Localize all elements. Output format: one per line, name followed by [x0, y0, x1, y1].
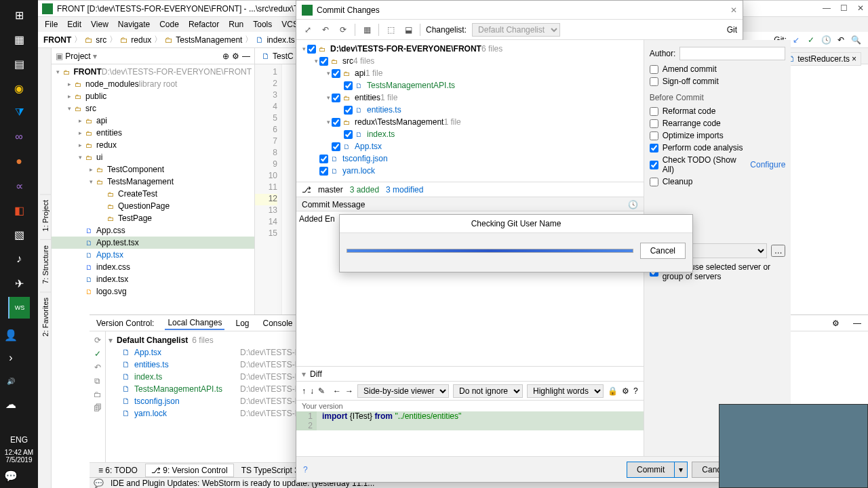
commit-dropdown-button[interactable]: ▾ [674, 462, 688, 478]
whitespace-select[interactable]: Do not ignore [453, 384, 523, 398]
menu-code[interactable]: Code [155, 18, 183, 30]
close-icon[interactable]: ✕ [857, 3, 864, 13]
vtab-favorites[interactable]: 2: Favorites [40, 291, 51, 342]
help-icon[interactable]: ? [303, 465, 308, 474]
tree-row[interactable]: 🗋App.css [52, 224, 254, 237]
minimize-icon[interactable]: — [823, 3, 831, 13]
tree-row[interactable]: ▾🗀TestsManagement [52, 176, 254, 188]
tree-row[interactable]: ▾🗀entities 1 file [296, 92, 644, 104]
tree-row[interactable]: ▾🗀ui [52, 151, 254, 163]
revert-icon[interactable]: ↶ [94, 363, 101, 372]
taskbar-icon[interactable]: ● [8, 150, 30, 172]
tray-arrow-icon[interactable]: › [0, 347, 22, 369]
taskbar-icon[interactable]: ◧ [8, 199, 30, 221]
breadcrumb-item[interactable]: src [96, 35, 106, 45]
refresh-icon[interactable]: ⟳ [94, 336, 101, 345]
tree-row[interactable]: 🗋index.ts [296, 128, 644, 140]
editor-tab[interactable]: 🗋TestC [255, 48, 301, 64]
tree-row[interactable]: 🗀CreateTest [52, 188, 254, 200]
gear-icon[interactable]: ⚙ [829, 317, 842, 329]
vc-tab-local[interactable]: Local Changes [165, 317, 224, 330]
tree-row[interactable]: 🗋TestsManagementAPI.ts [296, 79, 644, 92]
next-diff-icon[interactable]: ↓ [310, 386, 314, 396]
commit-icon[interactable]: ✓ [94, 349, 101, 359]
target-icon[interactable]: ⊕ [222, 52, 229, 61]
taskbar-icon[interactable]: ∝ [8, 175, 30, 197]
collapse-icon[interactable]: ⬓ [402, 24, 414, 36]
taskbar-icon[interactable]: ∞ [8, 126, 30, 148]
tree-row[interactable]: ▸🗀node_modules library root [52, 78, 254, 90]
tray-icon[interactable]: 👤 [0, 324, 22, 346]
group-icon[interactable]: ▦ [361, 24, 373, 36]
search-icon[interactable]: 🔍 [850, 35, 861, 45]
progress-cancel-button[interactable]: Cancel [640, 243, 686, 259]
editor-tab[interactable]: 🗋testReducer.ts × [783, 52, 861, 66]
tree-row[interactable]: 🗋logo.svg [52, 285, 254, 298]
tree-row[interactable]: 🗀TestPage [52, 212, 254, 224]
tree-row[interactable]: ▾🗀src [52, 102, 254, 115]
menu-view[interactable]: View [87, 18, 113, 30]
btab-vc[interactable]: ⎇ 9: Version Control [145, 464, 234, 477]
menu-refactor[interactable]: Refactor [184, 18, 223, 30]
history-icon[interactable]: 🕓 [628, 200, 638, 209]
browse-button[interactable]: … [771, 245, 785, 257]
amend-checkbox[interactable] [650, 65, 658, 74]
todo-checkbox[interactable] [650, 161, 658, 169]
signoff-checkbox[interactable] [650, 77, 658, 86]
revert-icon[interactable]: ↶ [835, 35, 846, 45]
vtab-project[interactable]: 1: Project [40, 194, 51, 237]
minimize-icon[interactable]: — [850, 317, 864, 329]
tree-row[interactable]: ▾🗀src 4 files [296, 55, 644, 67]
reformat-checkbox[interactable] [650, 107, 658, 116]
menu-run[interactable]: Run [224, 18, 248, 30]
tree-row[interactable]: 🗋index.css [52, 261, 254, 273]
tree-row[interactable]: ▾🗀api 1 file [296, 67, 644, 79]
tree-row[interactable]: 🗋yarn.lock [296, 165, 644, 177]
tree-row[interactable]: 🗋App.tsx [296, 140, 644, 152]
tree-row[interactable]: ▸🗀public [52, 90, 254, 102]
tree-row[interactable]: 🗋index.tsx [52, 273, 254, 285]
update-icon[interactable]: ↙ [791, 35, 802, 45]
vtab-structure[interactable]: 7: Structure [40, 239, 51, 289]
cleanup-checkbox[interactable] [650, 178, 658, 186]
tree-row[interactable]: ▸🗀redux [52, 139, 254, 151]
collapse-arrow-icon[interactable]: ▾ [302, 369, 306, 379]
help-icon[interactable]: ? [633, 386, 638, 396]
author-input[interactable] [679, 47, 785, 60]
tree-row[interactable]: 🗋App.test.tsx [52, 237, 254, 249]
prev-file-icon[interactable]: ← [333, 386, 341, 396]
webstorm-icon[interactable]: WS [8, 297, 30, 319]
clock-time[interactable]: 12:42 AM [0, 449, 38, 456]
start-icon[interactable]: ⊞ [8, 4, 30, 26]
vc-tab-log[interactable]: Log [233, 317, 252, 329]
menu-navigate[interactable]: Navigate [114, 18, 154, 30]
chrome-icon[interactable]: ◉ [8, 77, 30, 99]
vscode-icon[interactable]: ⧩ [8, 102, 30, 123]
tree-row[interactable]: ▸🗀entities [52, 127, 254, 139]
breadcrumb-item[interactable]: TestsManagement [176, 35, 242, 45]
changelist-icon[interactable]: 🗀 [94, 390, 102, 399]
tree-row[interactable]: 🗋entities.ts [296, 104, 644, 116]
tree-row[interactable]: ▸🗀api [52, 115, 254, 127]
gear-icon[interactable]: ⚙ [232, 52, 239, 61]
tree-row[interactable]: ▾🗀redux\TestsManagement 1 file [296, 116, 644, 128]
revert-icon[interactable]: ↶ [319, 24, 332, 36]
taskbar-icon[interactable]: ▦ [8, 28, 30, 50]
optimize-checkbox[interactable] [650, 131, 658, 140]
commit-button[interactable]: Commit [627, 462, 674, 478]
close-icon[interactable]: ✕ [730, 5, 737, 15]
changelist-select[interactable]: Default Changelist [472, 23, 560, 37]
next-file-icon[interactable]: → [345, 386, 353, 396]
taskbar-icon[interactable]: ▧ [8, 224, 30, 245]
refresh-icon[interactable]: ⟳ [337, 24, 349, 36]
language-indicator[interactable]: ENG [0, 435, 38, 445]
show-diff-icon[interactable]: ⤢ [302, 24, 314, 36]
btab-todo[interactable]: ≡ 6: TODO [92, 464, 144, 477]
analysis-checkbox[interactable] [650, 144, 658, 152]
edit-icon[interactable]: ✎ [318, 386, 325, 396]
tree-row[interactable]: ▾🗀FRONT D:\dev\TESTS-FOR-EVERYONE\FRONT [52, 66, 254, 78]
menu-file[interactable]: File [41, 18, 62, 30]
commit-icon[interactable]: ✓ [806, 35, 816, 45]
menu-edit[interactable]: Edit [63, 18, 85, 30]
lock-icon[interactable]: 🔒 [608, 386, 618, 396]
